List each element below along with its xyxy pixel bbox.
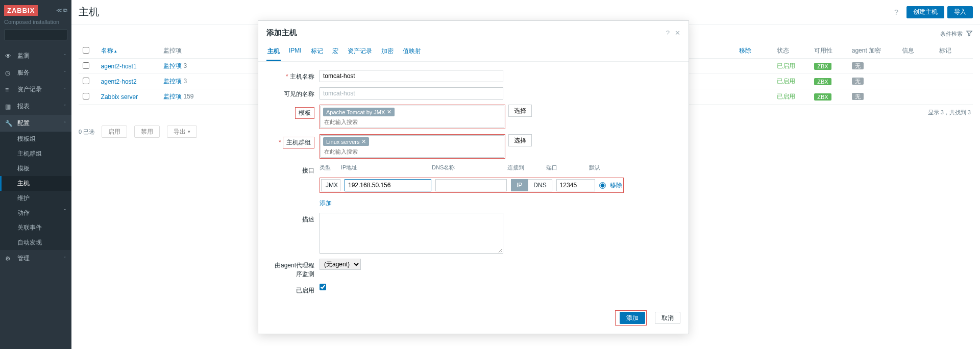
connect-ip-button[interactable]: IP <box>511 179 528 191</box>
sidebar-item-管理[interactable]: ⚙管理˅ <box>0 250 71 267</box>
sidebar-subitem-模板[interactable]: 模板 <box>0 161 71 176</box>
select-template-button[interactable]: 选择 <box>508 105 532 117</box>
modal-add-button[interactable]: 添加 <box>620 312 645 324</box>
connect-to-segment: IP DNS <box>511 179 552 191</box>
iface-type: JMX <box>321 179 340 191</box>
tab-IPMI[interactable]: IPMI <box>288 43 303 61</box>
search-input[interactable] <box>7 32 77 38</box>
modal-cancel-button[interactable]: 取消 <box>655 312 680 324</box>
wrench-icon: 🔧 <box>5 120 13 127</box>
sidebar-item-监测[interactable]: 👁监测˅ <box>0 47 71 64</box>
sidebar-item-资产记录[interactable]: ≡资产记录˅ <box>0 81 71 98</box>
visible-name-input[interactable] <box>320 87 503 99</box>
interface-row: JMX IP DNS 移除 <box>321 179 622 191</box>
iface-default-radio[interactable] <box>599 182 606 189</box>
label-groups: 主机群组 <box>268 134 320 148</box>
sidebar-subitem-维护[interactable]: 维护 <box>0 191 71 206</box>
sidebar-item-服务[interactable]: ◷服务˅ <box>0 64 71 81</box>
groups-search-input[interactable] <box>323 147 502 156</box>
chevron-icon: ˅ <box>64 70 66 76</box>
templates-search-input[interactable] <box>323 118 502 126</box>
iface-port-input[interactable] <box>556 179 595 191</box>
sidebar-subitem-自动发现[interactable]: 自动发现 <box>0 235 71 250</box>
sidebar-subitem-关联事件[interactable]: 关联事件 <box>0 220 71 235</box>
add-interface-link[interactable]: 添加 <box>320 199 332 208</box>
logo: ZABBIX <box>4 5 38 16</box>
remove-tag-icon[interactable]: ✕ <box>361 138 366 145</box>
templates-tagbox[interactable]: Apache Tomcat by JMX ✕ <box>321 106 504 128</box>
sidebar: ZABBIX ≪⧉ Composed installation 🔍 👁监测˅◷服… <box>0 0 71 349</box>
sidebar-subitem-主机群组[interactable]: 主机群组 <box>0 146 71 161</box>
label-agent-proxy: 由agent代理程序监测 <box>268 259 320 279</box>
modal-tabs: 主机IPMI标记宏资产记录加密值映射 <box>258 43 689 62</box>
clock-icon: ◷ <box>5 69 13 77</box>
collapse-sidebar[interactable]: ≪⧉ <box>56 7 67 14</box>
tab-值映射[interactable]: 值映射 <box>402 43 422 61</box>
tab-主机[interactable]: 主机 <box>266 43 281 61</box>
chevron-icon: ˅ <box>64 87 66 92</box>
sidebar-subitem-模板组[interactable]: 模板组 <box>0 132 71 146</box>
iface-ip-input[interactable] <box>345 179 431 191</box>
install-subtitle: Composed installation <box>4 19 67 25</box>
label-enabled: 已启用 <box>268 284 320 295</box>
template-tag: Apache Tomcat by JMX ✕ <box>323 108 395 116</box>
sidebar-item-报表[interactable]: ▥报表˅ <box>0 98 71 115</box>
groups-tagbox[interactable]: Linux servers ✕ <box>321 135 504 158</box>
list-icon: ≡ <box>5 86 13 93</box>
sidebar-subitem-主机[interactable]: 主机 <box>0 176 71 191</box>
label-interfaces: 接口 <box>268 164 320 175</box>
connect-dns-button[interactable]: DNS <box>528 179 552 191</box>
hostname-input[interactable] <box>320 70 503 82</box>
sidebar-subitem-动作[interactable]: 动作˅ <box>0 206 71 220</box>
chevron-icon: ˅ <box>64 54 66 59</box>
enabled-checkbox[interactable] <box>320 284 326 290</box>
iface-dns-input[interactable] <box>435 179 507 191</box>
main-area: 主机 ? 创建主机 导入 条件检索 名称 监控项 移除 <box>71 0 980 349</box>
tab-宏[interactable]: 宏 <box>331 43 339 61</box>
modal-title: 添加主机 <box>266 28 297 38</box>
modal-overlay: 添加主机 ? ✕ 主机IPMI标记宏资产记录加密值映射 主机名称 可见的名称 <box>71 0 980 349</box>
remove-tag-icon[interactable]: ✕ <box>387 109 391 115</box>
label-description: 描述 <box>268 213 320 224</box>
select-group-button[interactable]: 选择 <box>508 134 532 146</box>
modal-help-icon[interactable]: ? <box>666 29 670 37</box>
tab-标记[interactable]: 标记 <box>310 43 324 61</box>
bar-icon: ▥ <box>5 103 13 110</box>
chevron-icon: ˅ <box>64 104 66 109</box>
label-visible-name: 可见的名称 <box>268 87 320 98</box>
tab-资产记录[interactable]: 资产记录 <box>347 43 373 61</box>
description-textarea[interactable] <box>320 213 503 254</box>
sidebar-search[interactable]: 🔍 <box>4 29 67 40</box>
sidebar-item-配置[interactable]: 🔧配置˄ <box>0 115 71 132</box>
eye-icon: 👁 <box>5 53 13 60</box>
close-icon[interactable]: ✕ <box>675 29 680 37</box>
label-hostname: 主机名称 <box>268 70 320 81</box>
agent-proxy-select[interactable]: (无agent) <box>320 259 361 270</box>
chevron-icon: ˅ <box>64 256 66 261</box>
gear-icon: ⚙ <box>5 255 13 262</box>
group-tag: Linux servers ✕ <box>323 137 369 146</box>
iface-remove-link[interactable]: 移除 <box>610 181 622 190</box>
label-templates: 模板 <box>268 105 320 119</box>
tab-加密[interactable]: 加密 <box>380 43 395 61</box>
add-host-modal: 添加主机 ? ✕ 主机IPMI标记宏资产记录加密值映射 主机名称 可见的名称 <box>258 20 689 334</box>
chevron-icon: ˄ <box>64 121 66 126</box>
